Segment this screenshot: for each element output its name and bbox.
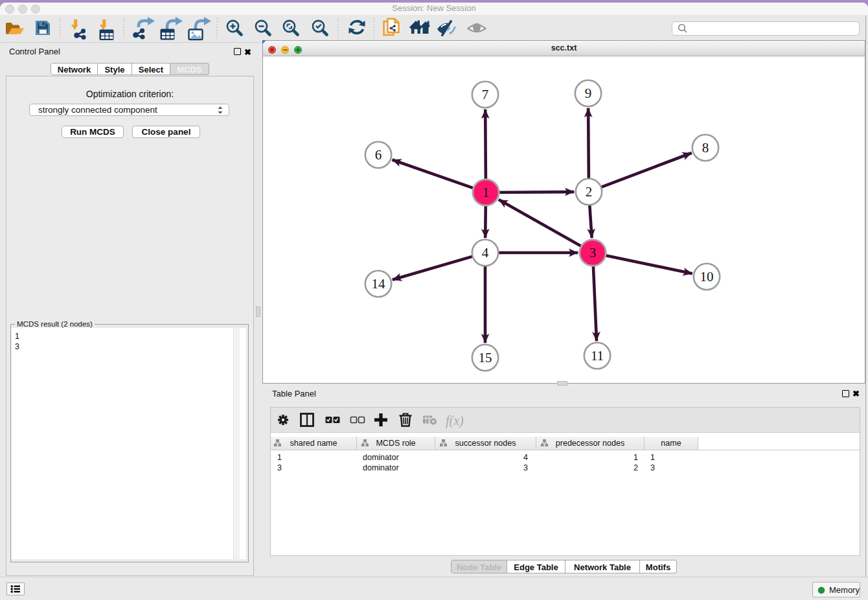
svg-text:14: 14 <box>372 276 386 292</box>
svg-text:15: 15 <box>479 350 492 365</box>
svg-text:f(x): f(x) <box>446 413 464 428</box>
svg-text:4: 4 <box>482 245 489 260</box>
svg-text:8: 8 <box>702 140 709 156</box>
svg-text:9: 9 <box>585 86 592 101</box>
svg-text:2: 2 <box>586 184 593 200</box>
svg-text:11: 11 <box>591 348 604 363</box>
svg-text:7: 7 <box>482 87 489 102</box>
svg-text:10: 10 <box>700 269 714 284</box>
svg-text:6: 6 <box>375 147 382 163</box>
svg-text:1: 1 <box>483 185 490 200</box>
svg-text:3: 3 <box>589 245 597 260</box>
